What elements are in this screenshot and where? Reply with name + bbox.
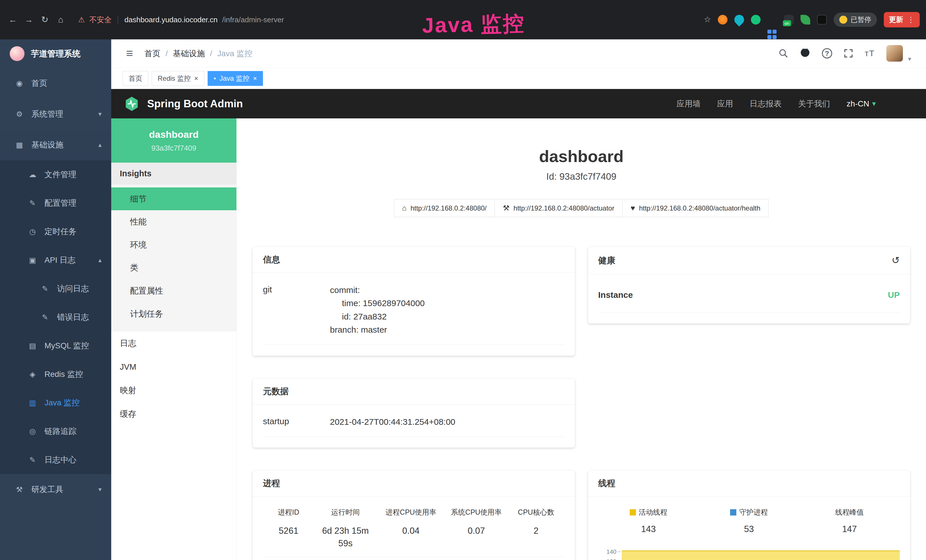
menu-item-scheduled-tasks[interactable]: 计划任务 <box>111 303 236 325</box>
hamburger-icon[interactable]: ≡ <box>126 45 133 62</box>
sidebar-item-infra[interactable]: ▦ 基础设施 ▴ <box>0 130 111 160</box>
infra-submenu: ☁ 文件管理 ✎ 配置管理 ◷ 定时任务 ▣ API 日志 ▴ ✎ <box>0 160 111 474</box>
menu-item-caches[interactable]: 缓存 <box>111 402 236 426</box>
sidebar-item-error-log[interactable]: ✎ 错误日志 <box>0 303 111 331</box>
sba-nav-wallboard[interactable]: 应用墙 <box>677 98 701 109</box>
paused-badge[interactable]: 已暂停 <box>834 12 877 27</box>
y-tick: 140 <box>598 547 620 557</box>
reload-icon[interactable]: ↻ <box>38 13 51 26</box>
sidebar-item-jobs[interactable]: ◷ 定时任务 <box>0 217 111 246</box>
service-url-link[interactable]: ⌂ http://192.168.0.2:48080/ <box>394 199 495 217</box>
sidebar-item-label: Redis 监控 <box>44 369 83 380</box>
browser-menu-icon[interactable]: ⋮ <box>907 15 915 25</box>
tab-bar: 首页 Redis 监控 × ● Java 监控 × <box>111 68 926 89</box>
sba-header: Spring Boot Admin 应用墙 应用 日志报表 关于我们 zh-CN… <box>111 89 926 118</box>
menu-item-jvm[interactable]: JVM <box>111 355 236 379</box>
address-bar[interactable]: ⚠ 不安全 dashboard.yudao.iocoder.cn/infra/a… <box>78 15 284 25</box>
sba-logo-icon <box>124 96 140 112</box>
menu-item-classes[interactable]: 类 <box>111 256 236 279</box>
forward-icon[interactable]: → <box>22 13 35 26</box>
threads-chart: 140 120 100 <box>598 547 900 560</box>
extension-fox-icon[interactable] <box>718 15 728 24</box>
tab-home[interactable]: 首页 <box>123 71 148 86</box>
url-path[interactable]: /infra/admin-server <box>222 15 284 25</box>
health-url-link[interactable]: ♥ http://192.168.0.2:48080/actuator/heal… <box>622 199 769 217</box>
breadcrumb-home[interactable]: 首页 <box>145 48 160 59</box>
sidebar-item-home[interactable]: ◉ 首页 <box>0 68 111 99</box>
history-icon[interactable]: ↺ <box>892 254 900 267</box>
sidebar-item-config[interactable]: ✎ 配置管理 <box>0 189 111 217</box>
browser-home-icon[interactable]: ⌂ <box>54 13 67 26</box>
sidebar-item-label: API 日志 <box>44 254 76 266</box>
cloud-icon: ☁ <box>27 170 38 180</box>
service-url: http://192.168.0.2:48080/ <box>410 203 487 213</box>
sba-nav-applications[interactable]: 应用 <box>717 98 733 109</box>
extension-leaf-icon[interactable] <box>800 15 810 24</box>
sidebar-item-files[interactable]: ☁ 文件管理 <box>0 160 111 189</box>
process-value-pid: 5261 <box>263 525 314 557</box>
instance-links: ⌂ http://192.168.0.2:48080/ ⚒ http://192… <box>253 199 910 217</box>
extension-green-icon[interactable] <box>751 15 761 24</box>
github-icon[interactable] <box>800 48 811 59</box>
sidebar-item-trace[interactable]: ◎ 链路追踪 <box>0 417 111 446</box>
sba-content: dashboard Id: 93a3fc7f7409 ⌂ http://192.… <box>237 118 926 560</box>
instance-header[interactable]: dashboard 93a3fc7f7409 <box>111 118 236 163</box>
extension-dark-icon[interactable] <box>817 15 827 24</box>
locale-select[interactable]: zh-CN ▾ <box>847 98 876 109</box>
menu-item-environment[interactable]: 环境 <box>111 233 236 256</box>
sidebar-item-api-log[interactable]: ▣ API 日志 ▴ <box>0 246 111 274</box>
process-header-cpu: 进程CPU使用率 <box>377 507 445 517</box>
menu-item-details[interactable]: 细节 <box>111 188 236 210</box>
menu-item-config-props[interactable]: 配置属性 <box>111 279 236 303</box>
sidebar-item-mysql[interactable]: ▤ MySQL 监控 <box>0 331 111 360</box>
sba-brand[interactable]: Spring Boot Admin <box>124 96 243 112</box>
daemon-threads-value: 53 <box>699 523 799 535</box>
fullscreen-icon[interactable] <box>844 48 853 58</box>
close-icon[interactable]: × <box>253 74 257 83</box>
back-icon[interactable]: ← <box>6 13 20 26</box>
bookmark-star-icon[interactable]: ☆ <box>704 14 711 25</box>
tab-java-monitor[interactable]: ● Java 监控 × <box>207 71 263 86</box>
sidebar-item-system[interactable]: ⚙ 系统管理 ▾ <box>0 99 111 130</box>
chevron-down-icon: ▾ <box>98 110 101 119</box>
sidebar-item-redis[interactable]: ◈ Redis 监控 <box>0 360 111 389</box>
sba-nav-about[interactable]: 关于我们 <box>798 98 830 109</box>
monitor-icon: ▤ <box>27 341 38 351</box>
sidebar-item-label: Java 监控 <box>44 397 80 408</box>
infrastructure-icon: ▦ <box>14 140 24 150</box>
metadata-card: 元数据 startup 2021-04-27T00:44:31.254+08:0… <box>253 378 575 448</box>
close-icon[interactable]: × <box>194 74 198 83</box>
help-icon[interactable]: ? <box>822 48 832 59</box>
legend-daemon-threads: 守护进程 <box>699 507 799 517</box>
actuator-url-link[interactable]: ⚒ http://192.168.0.2:48080/actuator <box>495 199 623 217</box>
url-host[interactable]: dashboard.yudao.iocoder.cn <box>124 15 218 25</box>
redis-icon: ◈ <box>27 369 38 380</box>
sba-nav-journal[interactable]: 日志报表 <box>750 98 782 109</box>
search-icon[interactable] <box>779 48 788 58</box>
info-key: git <box>263 283 330 337</box>
menu-item-logs[interactable]: 日志 <box>111 331 236 355</box>
update-button[interactable]: 更新 ⋮ <box>884 12 920 27</box>
user-avatar[interactable] <box>887 45 903 62</box>
toolbox-icon: ⚒ <box>14 484 24 495</box>
edit-icon: ✎ <box>27 455 38 465</box>
threads-legend: 活动线程 守护进程 线程峰值 <box>598 507 900 517</box>
security-label[interactable]: 不安全 <box>89 15 112 25</box>
menu-item-metrics[interactable]: 性能 <box>111 210 236 233</box>
app-logo[interactable]: 芋道管理系统 <box>0 39 111 68</box>
sidebar-item-access-log[interactable]: ✎ 访问日志 <box>0 274 111 303</box>
sidebar-item-devtools[interactable]: ⚒ 研发工具 ▾ <box>0 474 111 505</box>
sidebar-item-log-center[interactable]: ✎ 日志中心 <box>0 446 111 474</box>
extension-switch-icon[interactable]: on <box>784 15 794 24</box>
gear-icon: ⚙ <box>14 109 24 119</box>
font-size-icon[interactable]: тT <box>865 47 875 59</box>
breadcrumb-current: Java 监控 <box>217 48 253 59</box>
tab-redis-monitor[interactable]: Redis 监控 × <box>152 71 204 86</box>
menu-item-mappings[interactable]: 映射 <box>111 378 236 402</box>
extension-drop-icon[interactable] <box>732 13 746 27</box>
extension-grid-icon[interactable] <box>767 30 777 39</box>
divider <box>118 15 118 24</box>
sidebar-item-java[interactable]: ▥ Java 监控 <box>0 389 111 417</box>
sidebar-item-label: 研发工具 <box>31 484 63 495</box>
breadcrumb-infra[interactable]: 基础设施 <box>173 48 205 59</box>
